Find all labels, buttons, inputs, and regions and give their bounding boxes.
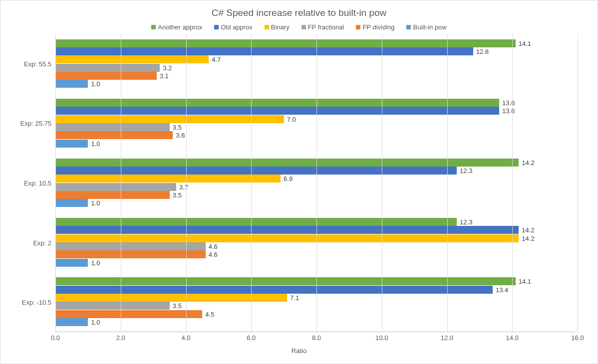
legend-item: Old approx xyxy=(214,23,253,31)
bar xyxy=(55,123,170,131)
bar-value-label: 3.1 xyxy=(160,72,169,80)
bar xyxy=(55,199,88,207)
bar xyxy=(55,310,202,318)
bar-value-label: 1.0 xyxy=(91,140,100,147)
legend-label: Binary xyxy=(271,23,290,31)
bar-value-label: 4.5 xyxy=(205,310,214,318)
bar xyxy=(55,72,157,80)
bar-value-label: 12.8 xyxy=(476,48,489,55)
gridline xyxy=(447,34,448,332)
legend-label: Another approx xyxy=(158,23,202,31)
gridline xyxy=(316,34,317,332)
bar-value-label: 3.6 xyxy=(176,132,185,139)
legend-item: FP dividing xyxy=(356,23,394,31)
bar-value-label: 13.6 xyxy=(502,99,515,107)
x-tick-label: 10.0 xyxy=(375,334,388,342)
legend-item: Built-in pow xyxy=(406,23,446,31)
bar-value-label: 12.3 xyxy=(460,218,472,225)
x-axis-title: Ratio xyxy=(0,347,598,364)
legend-item: Another approx xyxy=(151,23,202,31)
bar xyxy=(55,183,176,191)
bar-value-label: 1.0 xyxy=(91,259,100,266)
bar xyxy=(55,80,88,88)
bar xyxy=(55,175,281,182)
bar xyxy=(55,318,88,326)
chart-title: C# Speed increase relative to built-in p… xyxy=(0,0,598,18)
gridline xyxy=(512,34,513,332)
gridline xyxy=(578,34,578,332)
bar xyxy=(55,250,206,258)
x-axis: 0.02.04.06.08.010.012.014.016.0 xyxy=(55,332,578,347)
bar xyxy=(55,107,499,115)
bar-value-label: 3.5 xyxy=(173,124,182,131)
x-tick-label: 0.0 xyxy=(51,334,60,342)
bar-value-label: 14.1 xyxy=(519,278,531,285)
legend-label: FP fractional xyxy=(308,23,344,31)
bar xyxy=(55,99,499,107)
bar xyxy=(55,115,284,123)
bar-value-label: 3.7 xyxy=(179,183,188,190)
legend-swatch xyxy=(356,25,360,29)
bar xyxy=(55,277,516,285)
y-tick-label: Exp: 25.75 xyxy=(20,120,51,127)
bar xyxy=(55,218,457,226)
bar-value-label: 4.7 xyxy=(212,56,221,63)
y-tick-label: Exp: -10.5 xyxy=(22,299,51,306)
gridline xyxy=(121,34,121,332)
legend-item: Binary xyxy=(265,23,290,31)
bar-value-label: 14.2 xyxy=(522,159,534,166)
x-tick-label: 14.0 xyxy=(506,334,519,342)
bar-value-label: 6.9 xyxy=(284,175,293,182)
bar-value-label: 4.6 xyxy=(209,251,218,258)
y-tick-label: Exp: 10.5 xyxy=(24,180,51,187)
bar xyxy=(55,47,473,55)
bar-value-label: 13.4 xyxy=(496,286,508,293)
plot-area: Exp: 55.5Exp: 25.75Exp: 10.5Exp: 2Exp: -… xyxy=(0,34,578,332)
gridline xyxy=(55,34,56,332)
legend-label: Old approx xyxy=(221,23,253,31)
y-axis-labels: Exp: 55.5Exp: 25.75Exp: 10.5Exp: 2Exp: -… xyxy=(0,34,55,332)
gridline xyxy=(251,34,252,332)
bar xyxy=(55,234,519,242)
bar-value-label: 4.6 xyxy=(209,242,218,250)
bar-value-label: 1.0 xyxy=(91,318,100,326)
bar xyxy=(55,64,160,72)
legend-item: FP fractional xyxy=(301,23,344,31)
bar xyxy=(55,131,173,139)
plot: 14.112.84.73.23.11.013.613.67.03.53.61.0… xyxy=(55,34,578,332)
bar xyxy=(55,302,170,310)
x-tick-label: 2.0 xyxy=(116,334,125,342)
x-tick-label: 6.0 xyxy=(247,334,256,342)
y-tick-label: Exp: 55.5 xyxy=(24,60,51,67)
legend-label: FP dividing xyxy=(362,23,394,31)
bar-value-label: 1.0 xyxy=(91,80,100,88)
bar xyxy=(55,167,457,175)
bar-value-label: 3.5 xyxy=(173,302,182,310)
bar-value-label: 13.6 xyxy=(502,107,515,115)
bar-value-label: 1.0 xyxy=(91,199,100,207)
x-tick-label: 8.0 xyxy=(312,334,321,342)
bar-value-label: 14.1 xyxy=(519,39,531,47)
bar-value-label: 3.2 xyxy=(163,64,172,71)
bar xyxy=(55,39,516,47)
bar xyxy=(55,140,88,148)
y-tick-label: Exp: 2 xyxy=(33,239,51,246)
bar xyxy=(55,242,206,250)
bar-value-label: 14.2 xyxy=(522,226,534,234)
bar-value-label: 14.2 xyxy=(522,234,534,242)
legend-swatch xyxy=(406,25,411,29)
bar-value-label: 7.0 xyxy=(287,115,296,123)
legend-swatch xyxy=(265,25,269,29)
legend-swatch xyxy=(301,25,306,29)
bar xyxy=(55,294,287,302)
bar-value-label: 12.3 xyxy=(460,167,472,174)
x-tick-label: 12.0 xyxy=(441,334,453,342)
legend: Another approxOld approxBinaryFP fractio… xyxy=(0,18,598,34)
x-tick-label: 4.0 xyxy=(181,334,190,342)
bar xyxy=(55,259,88,267)
bar xyxy=(55,159,519,167)
gridline xyxy=(382,34,382,332)
legend-swatch xyxy=(151,25,156,29)
bar xyxy=(55,226,519,234)
chart-container: C# Speed increase relative to built-in p… xyxy=(0,0,598,364)
